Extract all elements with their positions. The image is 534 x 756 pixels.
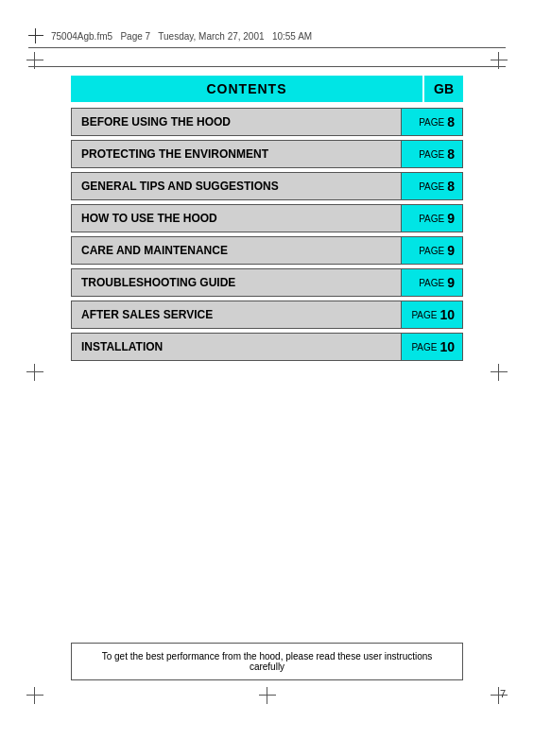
toc-page-how-to-use: PAGE 9 <box>401 205 462 232</box>
header-bar: 75004Agb.fm5 Page 7 Tuesday, March 27, 2… <box>28 28 506 43</box>
contents-title: CONTENTS <box>71 76 422 102</box>
crosshair-top-left-icon <box>26 52 43 69</box>
page-info: Page 7 <box>120 31 150 42</box>
toc-page-protecting: PAGE 8 <box>401 141 462 167</box>
toc-label-protecting: PROTECTING THE ENVIRONMENT <box>72 141 401 167</box>
toc-page-before-using: PAGE 8 <box>401 109 462 135</box>
contents-gb-label: GB <box>422 76 463 102</box>
toc-label-troubleshooting: TROUBLESHOOTING GUIDE <box>72 269 401 296</box>
page-num-3: 9 <box>447 211 455 226</box>
toc-row-general-tips: GENERAL TIPS AND SUGGESTIONS PAGE 8 <box>71 172 463 200</box>
header-top-line <box>28 47 506 48</box>
toc-page-care-maintenance: PAGE 9 <box>401 237 462 264</box>
page-num-1: 8 <box>447 146 455 162</box>
crosshair-middle-right-icon <box>491 364 508 381</box>
page-number: 7 <box>500 688 506 699</box>
crosshair-bottom-left-icon <box>26 687 43 704</box>
crosshair-bottom-center-icon <box>259 687 276 704</box>
toc-label-how-to-use: HOW TO USE THE HOOD <box>72 205 401 232</box>
time: 10:55 AM <box>272 31 312 42</box>
page-num-7: 10 <box>439 339 455 354</box>
toc-page-after-sales: PAGE 10 <box>401 301 462 328</box>
crosshair-top-right-icon <box>491 52 508 69</box>
page-word-6: PAGE <box>411 310 437 320</box>
page: 75004Agb.fm5 Page 7 Tuesday, March 27, 2… <box>0 0 534 756</box>
header-text: 75004Agb.fm5 Page 7 Tuesday, March 27, 2… <box>51 31 506 42</box>
page-num-0: 8 <box>447 114 455 129</box>
toc-page-troubleshooting: PAGE 9 <box>401 269 462 296</box>
date: Tuesday, March 27, 2001 <box>158 31 264 42</box>
toc-row-before-using: BEFORE USING THE HOOD PAGE 8 <box>71 108 463 136</box>
contents-header: CONTENTS GB <box>71 76 463 102</box>
toc-row-after-sales: AFTER SALES SERVICE PAGE 10 <box>71 301 463 329</box>
toc-row-protecting: PROTECTING THE ENVIRONMENT PAGE 8 <box>71 140 463 168</box>
toc-row-how-to-use: HOW TO USE THE HOOD PAGE 9 <box>71 204 463 232</box>
filename: 75004Agb.fm5 <box>51 31 112 42</box>
toc-label-before-using: BEFORE USING THE HOOD <box>72 109 401 135</box>
toc-label-after-sales: AFTER SALES SERVICE <box>72 301 401 328</box>
toc-row-care-maintenance: CARE AND MAINTENANCE PAGE 9 <box>71 236 463 265</box>
crosshair-middle-left-icon <box>26 364 43 381</box>
toc-page-installation: PAGE 10 <box>401 334 462 360</box>
toc-label-installation: INSTALLATION <box>72 334 401 360</box>
page-num-4: 9 <box>447 243 455 258</box>
page-num-6: 10 <box>439 307 455 322</box>
toc-page-general-tips: PAGE 8 <box>401 173 462 199</box>
page-word-3: PAGE <box>419 214 444 224</box>
header-bottom-line <box>28 66 506 67</box>
page-word-1: PAGE <box>419 149 444 160</box>
bottom-note: To get the best performance from the hoo… <box>71 643 463 680</box>
page-word-5: PAGE <box>419 278 444 288</box>
page-num-5: 9 <box>447 275 455 290</box>
toc-label-care-maintenance: CARE AND MAINTENANCE <box>72 237 401 264</box>
toc-row-troubleshooting: TROUBLESHOOTING GUIDE PAGE 9 <box>71 268 463 297</box>
page-word-0: PAGE <box>419 117 444 128</box>
toc-row-installation: INSTALLATION PAGE 10 <box>71 333 463 361</box>
content-area: CONTENTS GB BEFORE USING THE HOOD PAGE 8… <box>71 76 463 365</box>
page-word-4: PAGE <box>419 246 444 256</box>
header-crosshair-icon <box>28 28 43 43</box>
page-word-7: PAGE <box>411 342 437 352</box>
toc-label-general-tips: GENERAL TIPS AND SUGGESTIONS <box>72 173 401 199</box>
page-num-2: 8 <box>447 179 455 194</box>
page-word-2: PAGE <box>419 181 444 192</box>
